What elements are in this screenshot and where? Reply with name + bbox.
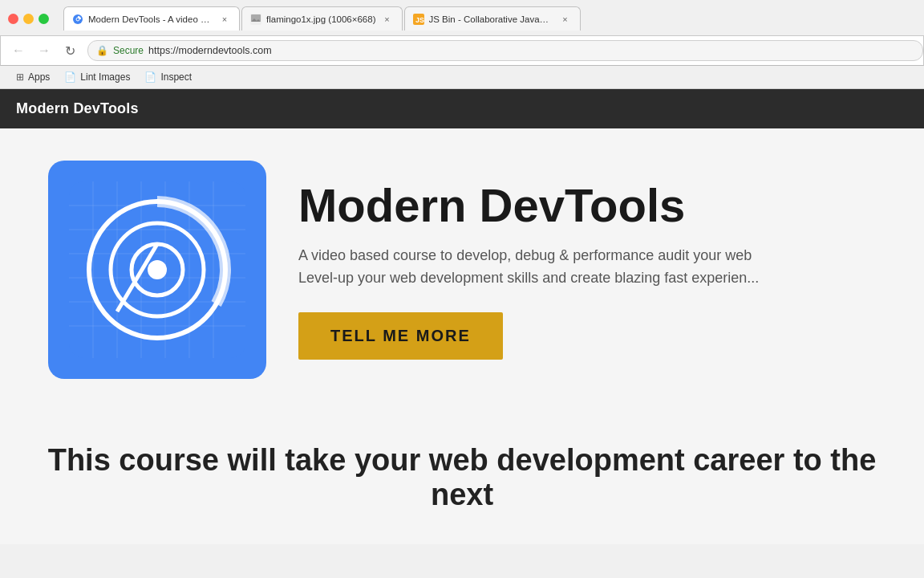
- tab-close-1[interactable]: ×: [218, 13, 231, 26]
- address-bar: ← → ↻ 🔒 Secure https://moderndevtools.co…: [0, 35, 924, 66]
- tab-flamingo[interactable]: flamingo1x.jpg (1006×668) ×: [241, 6, 403, 31]
- forward-button[interactable]: →: [33, 39, 55, 62]
- svg-point-1: [76, 18, 79, 21]
- url-display: https://moderndevtools.com: [148, 45, 272, 56]
- tab-bar: Modern DevTools - A video ba... × flamin…: [63, 6, 916, 31]
- hero-section: Modern DevTools A video based course to …: [48, 161, 876, 379]
- tab-moderndevtools[interactable]: Modern DevTools - A video ba... ×: [63, 6, 240, 31]
- secure-label: Secure: [113, 45, 144, 56]
- hero-description: A video based course to develop, debug &…: [298, 244, 876, 291]
- app-logo: [48, 161, 266, 379]
- site-header: Modern DevTools: [0, 89, 924, 128]
- bottom-text: This course will take your web developme…: [16, 443, 908, 512]
- bookmark-inspect[interactable]: 📄 Inspect: [138, 69, 198, 85]
- tab-favicon-1: [72, 14, 83, 25]
- minimize-button[interactable]: [23, 14, 34, 24]
- cta-button[interactable]: TELL ME MORE: [298, 312, 503, 360]
- hero-text: Modern DevTools A video based course to …: [298, 180, 876, 360]
- hero-title: Modern DevTools: [298, 180, 876, 231]
- title-bar: Modern DevTools - A video ba... × flamin…: [0, 0, 924, 35]
- url-field[interactable]: 🔒 Secure https://moderndevtools.com: [87, 40, 923, 61]
- bookmark-apps-label: Apps: [28, 71, 50, 83]
- tab-title-2: flamingo1x.jpg (1006×668): [266, 14, 376, 24]
- close-button[interactable]: [8, 14, 18, 24]
- document-icon-2: 📄: [144, 71, 156, 83]
- browser-window: Modern DevTools - A video ba... × flamin…: [0, 0, 924, 89]
- window-controls: [8, 14, 49, 24]
- bookmark-apps[interactable]: ⊞ Apps: [10, 69, 56, 85]
- svg-point-23: [148, 260, 167, 279]
- svg-text:JS: JS: [415, 16, 424, 24]
- tab-favicon-3: JS: [413, 14, 424, 25]
- tab-title-1: Modern DevTools - A video ba...: [88, 14, 213, 24]
- maximize-button[interactable]: [38, 14, 49, 24]
- tab-close-3[interactable]: ×: [559, 13, 572, 26]
- forward-icon: →: [38, 43, 51, 58]
- back-button[interactable]: ←: [7, 39, 30, 62]
- tab-favicon-2: [250, 14, 261, 25]
- site-content: Modern DevTools A video based course to …: [0, 128, 924, 411]
- nav-controls: ← → ↻: [1, 39, 87, 62]
- bookmark-lint-images[interactable]: 📄 Lint Images: [58, 69, 136, 85]
- bottom-section: This course will take your web developme…: [0, 411, 924, 544]
- lock-icon: 🔒: [96, 45, 108, 56]
- site-logo-text: Modern DevTools: [16, 100, 139, 116]
- apps-icon: ⊞: [16, 71, 24, 83]
- reload-icon: ↻: [65, 43, 75, 59]
- back-icon: ←: [12, 43, 25, 58]
- tab-close-2[interactable]: ×: [381, 13, 394, 26]
- bookmarks-bar: ⊞ Apps 📄 Lint Images 📄 Inspect: [0, 66, 924, 89]
- reload-button[interactable]: ↻: [59, 39, 81, 62]
- document-icon-1: 📄: [64, 71, 76, 83]
- bookmark-inspect-label: Inspect: [160, 71, 192, 83]
- tab-title-3: JS Bin - Collaborative JavaSc...: [429, 14, 554, 24]
- bookmark-lint-label: Lint Images: [80, 71, 130, 83]
- tab-jsbin[interactable]: JS JS Bin - Collaborative JavaSc... ×: [404, 6, 581, 31]
